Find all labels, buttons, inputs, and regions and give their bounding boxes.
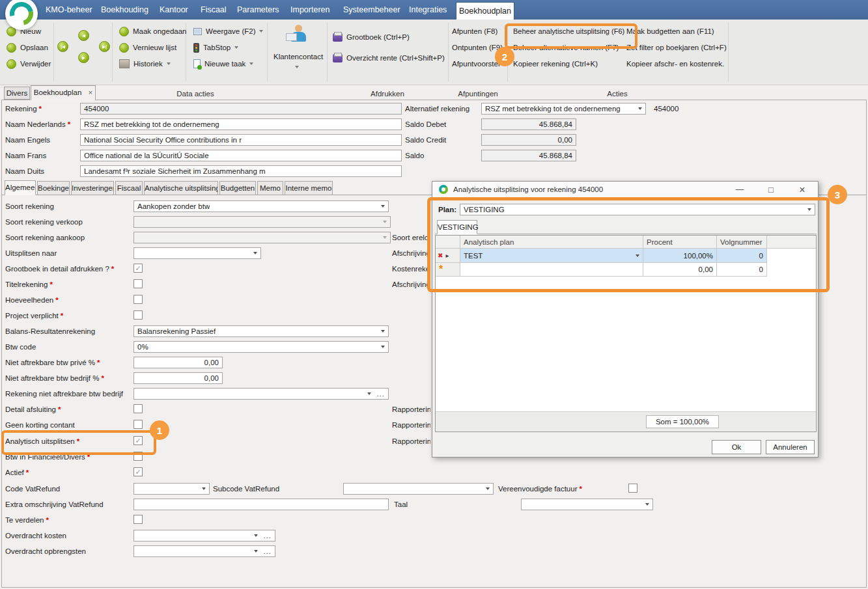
tab-investeringen[interactable]: Investeringen xyxy=(71,181,114,195)
uitsplitsen-naar-dropdown[interactable] xyxy=(133,247,261,259)
extra-omschrijving-input[interactable] xyxy=(133,499,389,510)
rekening-niet-aftrekbare-dropdown[interactable]: ... xyxy=(133,388,389,400)
overdracht-opbrengsten-dropdown[interactable]: ... xyxy=(133,545,275,557)
annuleren-button[interactable]: Annuleren xyxy=(766,440,815,454)
zet-filter-boekjaren-button[interactable]: Zet filter op boekjaren (Ctrl+F) xyxy=(626,42,727,53)
beheer-analytische-uitsplitsing-button[interactable]: Beheer analytische uitsplitsing (F6) xyxy=(513,25,624,37)
menu-kmo-beheer[interactable]: KMO-beheer xyxy=(46,0,92,20)
close-icon[interactable]: × xyxy=(791,182,813,198)
browse-ellipsis-icon[interactable]: ... xyxy=(263,532,272,539)
maak-budgetten-button[interactable]: Maak budgetten aan (F11) xyxy=(626,25,714,37)
grid-row1-procent-cell[interactable]: 100,00% xyxy=(643,249,717,263)
menu-boekhouding[interactable]: Boekhouding xyxy=(101,0,148,20)
detail-afsluiting-checkbox[interactable] xyxy=(133,404,143,413)
dialog-tab-vestiging[interactable]: VESTIGING xyxy=(437,220,477,234)
kopieer-afschr-kostenrek-button[interactable]: Kopieer afschr- en kostenrek. xyxy=(626,58,724,70)
menu-tab-boekhoudplan-active[interactable]: Boekhoudplan xyxy=(456,2,514,20)
minimize-icon[interactable]: — xyxy=(729,182,751,198)
analytisch-uitsplitsen-checkbox[interactable]: ✓ xyxy=(133,436,143,445)
tab-fiscaal[interactable]: Fiscaal xyxy=(115,181,143,195)
btw-financieel-checkbox[interactable] xyxy=(133,452,143,461)
kopieer-rekening-button[interactable]: Kopieer rekening (Ctrl+K) xyxy=(513,58,598,70)
klantencontact-button[interactable]: Klantencontact xyxy=(273,23,320,80)
menu-parameters[interactable]: Parameters xyxy=(237,0,279,20)
naam-nederlands-input[interactable]: RSZ met betrekking tot de ondernemeng xyxy=(80,118,402,130)
weergave-button[interactable]: Weergave (F2) xyxy=(193,25,263,37)
niet-aftrekbare-bedrijf-input[interactable]: 0,00 xyxy=(133,372,223,384)
grid-header-volgnummer[interactable]: Volgnummer xyxy=(717,236,767,249)
chevron-down-icon xyxy=(295,66,299,68)
maak-ongedaan-button[interactable]: Maak ongedaan xyxy=(119,25,186,37)
opslaan-button[interactable]: Opslaan xyxy=(7,42,48,53)
plan-dropdown[interactable]: VESTIGING xyxy=(460,204,815,215)
beheer-alternatieve-namen-button[interactable]: Beheer alternatieve namen (F7) xyxy=(513,42,619,53)
alternatief-rekening-dropdown[interactable]: RSZ met betrekking tot de ondernemeng xyxy=(481,103,646,115)
naam-frans-input[interactable]: Office national de la SÚcuritÚ Sociale xyxy=(80,150,402,161)
afpuntvoorstel-button[interactable]: Afpuntvoorstel xyxy=(452,58,500,70)
hoeveelheden-checkbox[interactable] xyxy=(133,295,143,304)
browse-ellipsis-icon[interactable]: ... xyxy=(376,390,385,397)
naam-duits-input[interactable]: Landesamt f³r soziale Sicherheit im Zusa… xyxy=(80,165,402,177)
historiek-button[interactable]: Historiek xyxy=(119,58,171,70)
titelrekening-checkbox[interactable] xyxy=(133,279,143,288)
subcode-vatrefund-dropdown[interactable] xyxy=(343,483,494,495)
dialog-title-bar[interactable]: Analytische uitsplitsing voor rekening 4… xyxy=(432,182,818,198)
vereenvoudigde-factuur-checkbox[interactable] xyxy=(628,484,637,493)
overdracht-kosten-dropdown[interactable]: ... xyxy=(133,530,275,541)
history-icon xyxy=(119,59,130,68)
doc-tab-boekhoudplan[interactable]: Boekhoudplan × xyxy=(31,85,96,100)
btw-code-dropdown[interactable]: 0% xyxy=(133,341,389,353)
nieuwe-taak-button[interactable]: Nieuwe taak xyxy=(193,58,253,70)
grid-row1-indicator[interactable]: ✖ ▸ xyxy=(436,249,460,263)
verwijder-button[interactable]: Verwijder xyxy=(7,58,51,70)
nav-next-button[interactable]: ▶ xyxy=(78,52,89,63)
tabstop-button[interactable]: TabStop xyxy=(193,42,238,53)
te-verdelen-checkbox[interactable] xyxy=(133,515,143,524)
grid-row2-procent-cell[interactable]: 0,00 xyxy=(643,263,717,277)
grid-row2-plan-cell[interactable] xyxy=(460,263,643,277)
close-icon[interactable]: × xyxy=(89,89,93,96)
grid-header-analytisch-plan[interactable]: Analytisch plan xyxy=(460,236,643,249)
actief-checkbox[interactable]: ✓ xyxy=(133,467,143,476)
taal-dropdown[interactable] xyxy=(521,499,653,510)
balans-resultatenrekening-dropdown[interactable]: Balansrekening Passief xyxy=(133,325,389,337)
geen-korting-checkbox[interactable] xyxy=(133,420,143,429)
menu-kantoor[interactable]: Kantoor xyxy=(160,0,188,20)
grootboek-detail-checkbox[interactable]: ✓ xyxy=(133,264,143,273)
afpunten-button[interactable]: Afpunten (F8) xyxy=(452,25,497,37)
nav-first-button[interactable]: |◀ xyxy=(57,41,68,52)
doc-tab-divers[interactable]: Divers xyxy=(4,87,30,100)
tab-analytische-uitsplitsing[interactable]: Analytische uitsplitsing xyxy=(144,181,218,195)
project-verplicht-checkbox[interactable] xyxy=(133,310,143,320)
soort-rekening-dropdown[interactable]: Aankopen zonder btw xyxy=(133,200,389,212)
grid-row1-plan-cell[interactable]: TEST xyxy=(460,249,643,263)
grid-row-2[interactable]: * 0,00 0 xyxy=(436,263,816,277)
overzicht-rente-button[interactable]: Overzicht rente (Ctrl+Shift+P) xyxy=(333,52,445,64)
grootboek-button[interactable]: Grootboek (Ctrl+P) xyxy=(333,31,410,43)
menu-integraties[interactable]: Integraties xyxy=(409,0,447,20)
niet-aftrekbare-prive-input[interactable]: 0,00 xyxy=(133,357,223,368)
maximize-icon[interactable]: □ xyxy=(760,182,782,198)
menu-importeren[interactable]: Importeren xyxy=(290,0,329,20)
nav-previous-button[interactable]: ◀ xyxy=(78,30,89,41)
tab-memo[interactable]: Memo xyxy=(257,181,283,195)
nav-last-button[interactable]: ▶| xyxy=(99,41,110,52)
code-vatrefund-dropdown[interactable] xyxy=(133,483,210,495)
grid-header-procent[interactable]: Procent xyxy=(643,236,717,249)
tab-boekingen[interactable]: Boekingen xyxy=(37,181,70,195)
tab-budgetten[interactable]: Budgetten xyxy=(219,181,256,195)
delete-row-icon[interactable]: ✖ xyxy=(438,252,443,259)
menu-systeembeheer[interactable]: Systeembeheer xyxy=(343,0,400,20)
browse-ellipsis-icon[interactable]: ... xyxy=(263,548,272,555)
ontpunten-button[interactable]: Ontpunten (F9) xyxy=(452,42,503,53)
tab-algemeen[interactable]: Algemeen xyxy=(5,180,36,195)
grid-row1-volgnummer-cell[interactable]: 0 xyxy=(717,249,767,263)
tab-interne-memo[interactable]: Interne memo xyxy=(285,181,333,195)
menu-fiscaal[interactable]: Fiscaal xyxy=(201,0,227,20)
grid-row2-volgnummer-cell[interactable]: 0 xyxy=(717,263,767,277)
naam-engels-input[interactable]: National Social Security Office contribu… xyxy=(80,134,402,146)
grid-row-1[interactable]: ✖ ▸ TEST 100,00% 0 xyxy=(436,249,816,263)
ok-button[interactable]: Ok xyxy=(712,440,761,454)
rekening-input[interactable]: 454000 xyxy=(80,103,402,115)
vernieuw-lijst-button[interactable]: Vernieuw lijst xyxy=(119,42,176,53)
